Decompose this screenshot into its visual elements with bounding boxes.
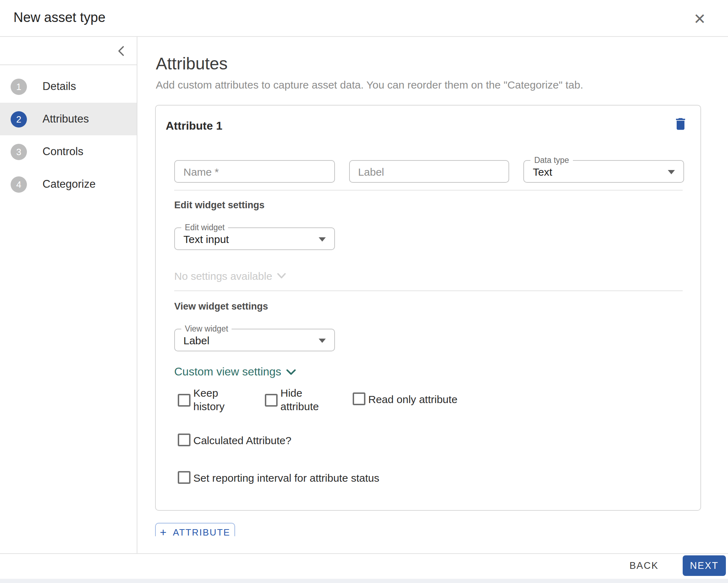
name-input[interactable] [174,160,335,183]
calculated-attribute-checkbox[interactable] [178,434,190,446]
attribute-card: Attribute 1 Data type Text [155,105,701,511]
step-label: Attributes [42,113,89,125]
sidebar-item-details[interactable]: 1 Details [0,70,137,103]
reporting-interval-label: Set reporting interval for attribute sta… [193,472,379,485]
delete-attribute-button[interactable] [673,116,690,133]
step-number-badge: 2 [11,111,27,127]
read-only-attribute-label: Read only attribute [368,393,457,406]
dropdown-arrow-icon [668,170,675,174]
calculated-attribute-label: Calculated Attribute? [193,434,291,447]
next-button[interactable]: NEXT [683,555,726,576]
data-type-select-label: Data type [531,155,573,165]
data-type-select-value: Text [533,166,552,178]
no-settings-toggle[interactable]: No settings available [174,270,286,282]
edit-widget-select-label: Edit widget [181,222,228,232]
new-asset-type-dialog: New asset type ✕ 1 Details 2 Attribut [0,0,728,583]
trash-icon [673,116,688,132]
step-number-badge: 3 [11,143,27,160]
keep-history-checkbox[interactable] [178,394,190,407]
keep-history-label: Keep history [193,387,239,413]
collapse-sidebar-icon[interactable] [114,44,128,58]
back-button[interactable]: BACK [622,555,666,577]
view-widget-settings-heading: View widget settings [174,301,268,312]
custom-view-settings-toggle[interactable]: Custom view settings [174,366,296,378]
chevron-left-icon [117,45,125,57]
sidebar-item-controls[interactable]: 3 Controls [0,135,137,168]
add-attribute-button-label: ATTRIBUTE [173,528,230,536]
attribute-fields-row: Data type Text [174,160,684,183]
dropdown-arrow-icon [319,339,326,343]
sidebar-item-attributes[interactable]: 2 Attributes [0,103,137,135]
reporting-interval-checkbox[interactable] [178,471,190,484]
view-widget-select-label: View widget [181,324,232,334]
page-description: Add custom attributes to capture asset d… [156,79,583,91]
chevron-down-icon [286,369,296,375]
dropdown-arrow-icon [319,237,326,242]
plus-icon: + [160,528,167,536]
main-content: Attributes Add custom attributes to capt… [137,37,728,536]
close-icon[interactable]: ✕ [690,9,709,28]
hide-attribute-checkbox[interactable] [265,394,278,407]
sidebar-collapse-row [0,37,137,65]
dialog-body: 1 Details 2 Attributes 3 Controls 4 Cate… [0,37,728,553]
step-label: Details [42,80,76,93]
step-label: Controls [42,145,83,158]
hide-attribute-label: Hide attribute [280,387,330,413]
step-label: Categorize [42,178,96,191]
sidebar-item-categorize[interactable]: 4 Categorize [0,168,137,200]
edit-widget-select-value: Text input [183,233,229,245]
dialog-title: New asset type [13,10,106,26]
edit-widget-select[interactable]: Edit widget Text input [174,227,335,250]
attribute-card-title: Attribute 1 [166,120,222,132]
read-only-attribute-checkbox[interactable] [353,392,365,405]
add-attribute-button[interactable]: + ATTRIBUTE [155,523,235,536]
stepper-steps: 1 Details 2 Attributes 3 Controls 4 Cate… [0,65,137,200]
no-settings-label: No settings available [174,270,272,282]
view-widget-select[interactable]: View widget Label [174,329,335,351]
dialog-header: New asset type ✕ [0,0,728,37]
data-type-select[interactable]: Data type Text [524,160,684,183]
label-input[interactable] [349,160,509,183]
edit-widget-settings-heading: Edit widget settings [174,200,265,210]
stepper-sidebar: 1 Details 2 Attributes 3 Controls 4 Cate… [0,37,137,553]
dialog-bottom-edge [0,579,728,583]
divider [174,290,683,291]
divider [174,190,683,191]
chevron-down-icon [277,273,286,279]
custom-view-settings-label: Custom view settings [174,366,281,378]
page-title: Attributes [156,54,228,74]
step-number-badge: 4 [11,176,27,192]
view-widget-select-value: Label [183,334,209,346]
step-number-badge: 1 [11,78,27,95]
